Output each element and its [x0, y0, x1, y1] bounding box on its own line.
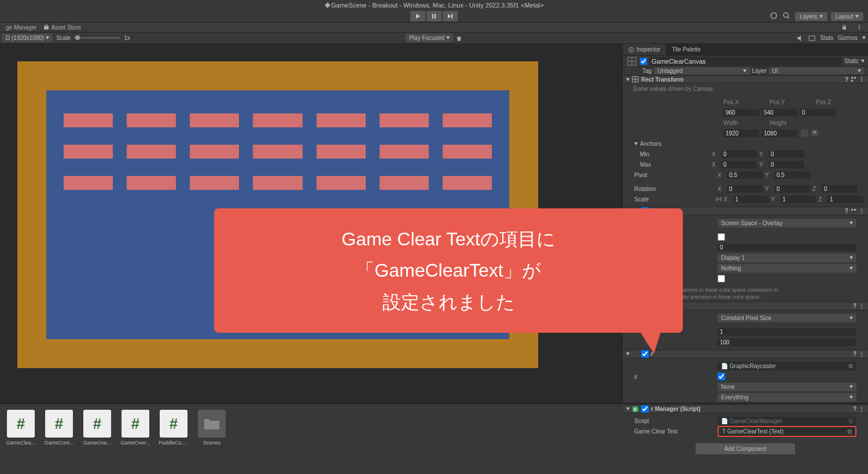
- brick: [64, 113, 113, 127]
- static-dropdown[interactable]: [861, 60, 865, 63]
- rot-y[interactable]: [774, 185, 810, 193]
- svg-rect-28: [854, 77, 856, 79]
- anchor-min-y[interactable]: [768, 150, 804, 158]
- raw-edit-button[interactable]: R: [811, 130, 818, 137]
- brick: [443, 145, 492, 159]
- width-input[interactable]: [723, 130, 759, 137]
- svg-point-11: [859, 27, 860, 28]
- render-mode-dropdown[interactable]: Screen Space - Overlay: [718, 219, 856, 227]
- script-label: Script: [634, 418, 715, 424]
- rect-transform-header[interactable]: Rect Transform ?: [623, 75, 868, 83]
- scale-factor-input[interactable]: [718, 328, 856, 336]
- add-component-button[interactable]: Add Component: [696, 443, 795, 454]
- blocking-mask-dropdown[interactable]: Everything: [718, 393, 856, 402]
- scale-y[interactable]: [780, 196, 816, 203]
- brick: [317, 113, 366, 127]
- tab-inspector[interactable]: Inspector: [623, 44, 666, 55]
- active-checkbox[interactable]: [640, 58, 647, 65]
- asset-item[interactable]: #GameOver...: [120, 410, 150, 474]
- posz-input[interactable]: [800, 109, 836, 116]
- svg-point-20: [631, 49, 632, 50]
- pause-button[interactable]: [426, 11, 442, 21]
- aspect-icon[interactable]: [808, 35, 815, 42]
- play-mode-dropdown[interactable]: Play Focused: [406, 34, 453, 42]
- game-clear-text-ref[interactable]: T GameClearText (Text) ⊙: [718, 426, 856, 437]
- anchor-max-x[interactable]: [721, 161, 757, 168]
- gamma-checkbox[interactable]: [718, 275, 725, 282]
- play-button[interactable]: [410, 11, 425, 21]
- anchor-min-x[interactable]: [721, 150, 757, 158]
- display-dropdown[interactable]: Display 1: [718, 253, 856, 262]
- scale-x[interactable]: [733, 196, 769, 203]
- rot-x[interactable]: [727, 185, 763, 193]
- brick: [190, 176, 239, 190]
- brick: [317, 145, 366, 159]
- svg-rect-5: [451, 14, 453, 19]
- scale-value: 1x: [124, 35, 130, 41]
- svg-rect-13: [843, 27, 846, 30]
- manager-script-header[interactable]: # r Manager (Script) ? ⋮: [623, 405, 868, 413]
- asset-store-tab[interactable]: Asset Store: [40, 24, 84, 31]
- posy-input[interactable]: [762, 109, 797, 116]
- preset-icon[interactable]: [851, 76, 856, 82]
- search-icon[interactable]: [782, 12, 792, 21]
- pivot-x[interactable]: [727, 171, 763, 179]
- raycaster-script-ref[interactable]: 📄 GraphicRaycaster⊙: [718, 362, 856, 370]
- tab-tile-palette[interactable]: Tile Palette: [666, 44, 707, 55]
- help-icon[interactable]: ?: [845, 76, 848, 83]
- sort-order-input[interactable]: [718, 244, 856, 251]
- menu-icon[interactable]: [859, 76, 865, 82]
- blocking-objects-dropdown[interactable]: None: [718, 383, 856, 391]
- asset-item[interactable]: #GameOve...: [82, 410, 112, 474]
- bug-icon[interactable]: [455, 35, 462, 42]
- help-icon[interactable]: ?: [853, 351, 856, 357]
- inspector-lock-icon[interactable]: [838, 24, 851, 30]
- pixel-perfect-checkbox[interactable]: [718, 233, 725, 241]
- manager-enabled[interactable]: [641, 405, 649, 413]
- preset-icon[interactable]: [851, 208, 856, 214]
- help-icon[interactable]: ?: [853, 406, 856, 412]
- pivot-y[interactable]: [774, 171, 810, 179]
- brick: [127, 145, 176, 159]
- brick: [64, 145, 113, 159]
- gameobject-name-input[interactable]: [649, 57, 842, 66]
- anchor-max-y[interactable]: [768, 161, 804, 168]
- height-input[interactable]: [762, 130, 797, 137]
- brick: [190, 113, 239, 127]
- preset-icon[interactable]: ⋮: [859, 406, 865, 412]
- shader-channels-dropdown[interactable]: Nothing: [718, 264, 856, 273]
- svg-point-14: [457, 36, 461, 41]
- script-ref: 📄 GameClearManager⊙: [718, 417, 856, 425]
- asset-item[interactable]: #GameCont...: [44, 410, 74, 474]
- ref-pixels-input[interactable]: [718, 339, 856, 346]
- undo-history-icon[interactable]: [770, 12, 779, 21]
- mute-audio-icon[interactable]: [797, 35, 804, 42]
- posx-input[interactable]: [723, 109, 759, 116]
- scale-z[interactable]: [827, 196, 863, 203]
- step-button[interactable]: [443, 11, 458, 21]
- scale-mode-dropdown[interactable]: Constant Pixel Size: [718, 314, 856, 322]
- brick: [127, 176, 176, 190]
- package-manager-tab[interactable]: ge Manager: [2, 24, 40, 31]
- scale-slider[interactable]: [74, 37, 120, 39]
- stats-toggle[interactable]: Stats: [820, 35, 833, 41]
- object-picker-icon[interactable]: ⊙: [847, 428, 852, 435]
- gizmos-toggle[interactable]: Gizmos: [838, 35, 858, 41]
- ignore-reversed-checkbox[interactable]: [718, 373, 725, 380]
- tag-dropdown[interactable]: Untagged: [654, 67, 749, 75]
- svg-point-31: [861, 79, 862, 80]
- help-icon[interactable]: ?: [853, 303, 856, 309]
- layout-dropdown[interactable]: Layout: [831, 12, 863, 21]
- asset-item[interactable]: #PaddleCon...: [159, 410, 189, 474]
- link-icon[interactable]: [716, 196, 722, 202]
- menu-icon[interactable]: ⋮: [859, 208, 865, 214]
- asset-item[interactable]: #GameClea...: [6, 410, 36, 474]
- asset-folder[interactable]: Scenes: [197, 410, 227, 474]
- help-icon[interactable]: ?: [845, 208, 848, 214]
- layers-dropdown[interactable]: Layers: [795, 12, 827, 21]
- blueprint-mode-button[interactable]: [801, 130, 808, 137]
- resolution-dropdown[interactable]: D (1920x1080): [2, 34, 53, 42]
- rot-z[interactable]: [822, 185, 858, 193]
- layer-dropdown[interactable]: UI: [769, 67, 865, 75]
- tab-options-icon[interactable]: [856, 24, 862, 30]
